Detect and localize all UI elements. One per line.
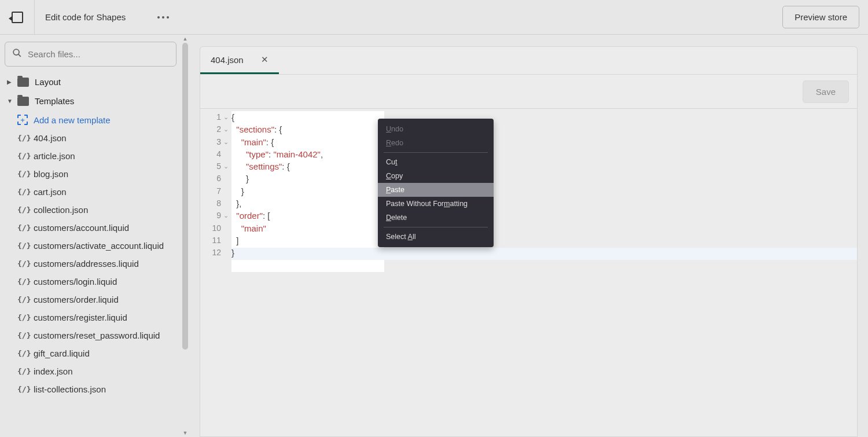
- fold-marker[interactable]: ⌄: [223, 136, 231, 148]
- json-file-icon: {/}: [17, 349, 28, 358]
- json-file-icon: {/}: [17, 170, 28, 178]
- line-number: 10: [200, 222, 223, 234]
- file-label: article.json: [34, 151, 75, 161]
- save-button[interactable]: Save: [803, 80, 849, 103]
- search-files-input-wrap[interactable]: [5, 42, 176, 67]
- code-line[interactable]: "settings": {: [231, 160, 857, 172]
- json-file-icon: {/}: [17, 152, 28, 160]
- menu-item-delete[interactable]: Delete: [378, 211, 494, 225]
- json-file-icon: {/}: [17, 241, 28, 250]
- file-label: customers/reset_password.liquid: [34, 330, 160, 340]
- json-file-icon: {/}: [17, 134, 28, 142]
- file-label: customers/register.liquid: [34, 313, 127, 322]
- json-file-icon: {/}: [17, 385, 28, 394]
- menu-item-redo: Redo: [378, 136, 494, 150]
- fold-marker[interactable]: ⌄: [223, 111, 231, 123]
- file-item[interactable]: {/}index.json: [5, 362, 181, 380]
- file-item[interactable]: {/}customers/addresses.liquid: [5, 255, 181, 273]
- json-file-icon: {/}: [17, 295, 28, 304]
- file-item[interactable]: {/}customers/order.liquid: [5, 291, 181, 309]
- line-number-gutter: 123456789101112: [200, 109, 223, 436]
- file-label: customers/login.liquid: [34, 277, 117, 287]
- code-line[interactable]: "main": {: [231, 136, 857, 148]
- folder-layout[interactable]: ▶ Layout: [5, 72, 181, 91]
- folder-icon: [17, 78, 29, 87]
- fold-marker[interactable]: ⌄: [223, 160, 231, 172]
- svg-point-0: [13, 49, 19, 55]
- fold-marker: [223, 148, 231, 160]
- context-menu[interactable]: UndoRedoCutCopyPastePaste Without Format…: [378, 119, 494, 247]
- preview-store-button[interactable]: Preview store: [782, 6, 859, 28]
- json-file-icon: {/}: [17, 205, 28, 214]
- fold-marker: [223, 172, 231, 185]
- menu-separator: [384, 227, 488, 227]
- menu-item-selectall[interactable]: Select All: [378, 230, 494, 244]
- file-item[interactable]: {/}cart.json: [5, 183, 181, 201]
- menu-item-copy[interactable]: Copy: [378, 169, 494, 183]
- fold-gutter: ⌄⌄⌄⌄⌄: [223, 109, 231, 436]
- menu-item-cut[interactable]: Cut: [378, 155, 494, 169]
- tab-404-json[interactable]: 404.json ✕: [200, 47, 279, 74]
- file-item[interactable]: {/}gift_card.liquid: [5, 344, 181, 362]
- fold-marker[interactable]: ⌄: [223, 210, 231, 222]
- file-item[interactable]: {/}blog.json: [5, 165, 181, 183]
- line-number: 1: [200, 111, 223, 123]
- file-item[interactable]: {/}customers/account.liquid: [5, 219, 181, 237]
- file-item[interactable]: {/}customers/register.liquid: [5, 309, 181, 326]
- code-line[interactable]: "sections": {: [231, 123, 857, 135]
- file-item[interactable]: {/}customers/reset_password.liquid: [5, 326, 181, 344]
- file-label: customers/activate_account.liquid: [34, 241, 164, 251]
- scroll-down-arrow-icon[interactable]: ▼: [181, 429, 189, 437]
- code-line[interactable]: }: [231, 172, 857, 185]
- scroll-up-arrow-icon[interactable]: ▲: [181, 35, 189, 43]
- file-item[interactable]: {/}collection.json: [5, 201, 181, 219]
- code-line[interactable]: },: [231, 197, 857, 210]
- caret-down-icon: ▼: [7, 98, 14, 104]
- menu-item-pastewf[interactable]: Paste Without Formatting: [378, 197, 494, 211]
- file-label: gift_card.liquid: [34, 348, 90, 358]
- file-label: customers/order.liquid: [34, 295, 119, 304]
- add-new-template-link[interactable]: + Add a new template: [5, 111, 181, 129]
- code-line[interactable]: ]: [231, 234, 857, 247]
- file-item[interactable]: {/}list-collections.json: [5, 380, 181, 398]
- add-template-icon: +: [17, 115, 28, 125]
- code-line[interactable]: }: [231, 185, 857, 197]
- more-actions-button[interactable]: [157, 16, 169, 19]
- file-label: cart.json: [34, 187, 67, 197]
- code-line[interactable]: {: [231, 111, 857, 123]
- file-label: blog.json: [34, 169, 68, 179]
- scroll-thumb[interactable]: [182, 43, 188, 350]
- json-file-icon: {/}: [17, 277, 28, 286]
- folder-icon: [17, 97, 29, 106]
- folder-templates[interactable]: ▼ Templates: [5, 91, 181, 111]
- file-item[interactable]: {/}article.json: [5, 147, 181, 165]
- code-line[interactable]: "main": [231, 222, 857, 234]
- code-line[interactable]: }: [231, 247, 857, 259]
- line-number: 9: [200, 210, 223, 222]
- file-item[interactable]: {/}customers/login.liquid: [5, 273, 181, 291]
- svg-line-1: [19, 54, 21, 57]
- menu-separator: [384, 152, 488, 153]
- fold-marker: [223, 197, 231, 210]
- code-editor[interactable]: 123456789101112 ⌄⌄⌄⌄⌄ { "sections": { "m…: [200, 109, 858, 437]
- json-file-icon: {/}: [17, 367, 28, 376]
- line-number: 12: [200, 247, 223, 259]
- fold-marker[interactable]: ⌄: [223, 123, 231, 135]
- file-item[interactable]: {/}404.json: [5, 129, 181, 147]
- folder-label: Templates: [35, 96, 74, 106]
- add-template-label: Add a new template: [34, 115, 111, 125]
- json-file-icon: {/}: [17, 188, 28, 196]
- menu-item-paste[interactable]: Paste: [378, 183, 494, 197]
- exit-icon: [12, 12, 23, 23]
- file-item[interactable]: {/}customers/activate_account.liquid: [5, 237, 181, 255]
- close-icon[interactable]: ✕: [261, 54, 269, 65]
- exit-button[interactable]: [0, 0, 35, 35]
- folder-label: Layout: [35, 77, 61, 87]
- file-label: collection.json: [34, 205, 88, 215]
- search-input[interactable]: [28, 49, 169, 59]
- sidebar-scrollbar[interactable]: ▲ ▼: [181, 35, 189, 437]
- code-line[interactable]: "type": "main-4042",: [231, 148, 857, 160]
- code-line[interactable]: "order": [: [231, 210, 857, 222]
- code-content[interactable]: { "sections": { "main": { "type": "main-…: [231, 111, 857, 259]
- file-label: customers/account.liquid: [34, 223, 129, 233]
